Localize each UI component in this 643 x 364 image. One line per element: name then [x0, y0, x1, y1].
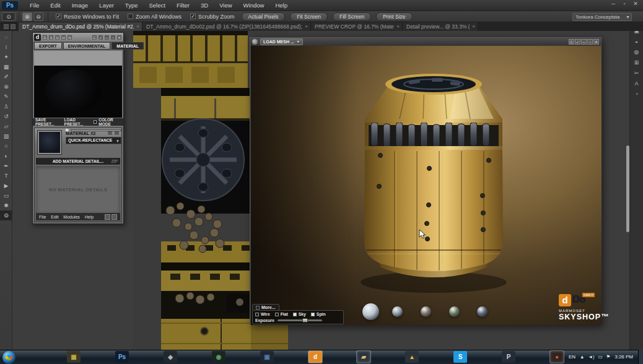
show-hidden-icons[interactable]: ▲ [580, 354, 584, 360]
taskbar-app-p[interactable]: P [502, 351, 515, 363]
ddo-n-button[interactable]: N [67, 35, 72, 40]
zoom-tool[interactable]: ⊙ [0, 210, 12, 220]
eyedropper-tool[interactable]: ✐ [0, 72, 12, 82]
taskbar-app-green[interactable]: ◉ [212, 351, 225, 363]
ddo-d-button[interactable]: D [42, 35, 48, 40]
material-menu-item[interactable]: Edit [51, 215, 58, 219]
menu-item[interactable]: Help [269, 0, 293, 11]
zoom-in-button[interactable]: ⊕ [22, 12, 32, 21]
close-button[interactable]: ✕ [630, 0, 641, 8]
slider-g[interactable]: G [66, 128, 121, 132]
material-thumbnail[interactable] [38, 131, 61, 154]
save-preset-button[interactable]: SAVE PRESET... [35, 118, 61, 126]
tab-close-icon[interactable]: × [472, 22, 475, 31]
dodge-tool[interactable]: ◐ [0, 151, 12, 161]
ddo-tab-material[interactable]: MATERIAL [112, 42, 144, 50]
menu-item[interactable]: Layer [94, 0, 120, 11]
hand-tool[interactable]: ✱ [0, 201, 12, 210]
slider-handle[interactable] [302, 318, 308, 323]
eraser-tool[interactable]: ▱ [0, 121, 12, 131]
load-mesh-button[interactable]: LOAD MESH ... ▼ [260, 38, 303, 45]
restore-button[interactable]: ▫ [619, 0, 630, 8]
menu-item[interactable]: File [24, 0, 45, 11]
show-desktop-button[interactable] [638, 350, 643, 364]
ddo-minimize-button[interactable]: ─ [104, 35, 110, 40]
language-indicator[interactable]: EN [569, 354, 575, 360]
taskbar-google-drive[interactable]: ▲ [405, 351, 419, 363]
load-preset-button[interactable]: LOAD PRESET... [64, 118, 90, 126]
viewer-refresh-button[interactable]: C [569, 39, 574, 45]
zoom-out-button[interactable]: ⊖ [33, 12, 43, 21]
taskbar-skype[interactable]: S [453, 351, 467, 363]
zoom-all-windows-checkbox[interactable]: ✓ Zoom All Windows [128, 14, 182, 20]
taskbar-app-dark[interactable]: ◆ [164, 351, 177, 363]
panel-icon-adjust[interactable]: ◔ [632, 90, 642, 98]
minimize-button[interactable]: ─ [608, 0, 619, 8]
material-type-dropdown[interactable]: QUICK-REFLECTANCE ▼ [66, 137, 121, 144]
taskbar-app-recorder[interactable]: ▦ [67, 351, 81, 363]
spin-toggle[interactable]: Spin [311, 312, 326, 316]
sky-toggle[interactable]: Sky [293, 312, 306, 316]
viewer-close-button[interactable]: ✕ [593, 39, 599, 45]
doc-tab-1[interactable]: DT_Ammo_drum_dDo.psd @ 25% (Material #2,… [19, 22, 142, 31]
ddo-tab-export[interactable]: EXPORT [34, 42, 62, 50]
clone-stamp-tool[interactable]: ♙ [0, 102, 12, 111]
exposure-slider[interactable] [278, 319, 322, 321]
viewer-title-bar[interactable]: LOAD MESH ... ▼ C✓─▫✕ [250, 38, 601, 46]
sky-preset-3[interactable] [421, 306, 431, 317]
marquee-tool[interactable]: ◌ [0, 32, 12, 42]
start-button[interactable] [2, 351, 15, 364]
panel-collapse-icons[interactable] [0, 22, 19, 31]
actual-pixels-button[interactable]: Actual Pixels [242, 12, 286, 21]
history-brush-tool[interactable]: ↺ [0, 111, 12, 121]
menu-item[interactable]: Window [238, 0, 270, 11]
network-icon[interactable]: ▭ [598, 354, 602, 360]
crop-tool[interactable]: ▦ [0, 62, 12, 72]
pen-tool[interactable]: ✒ [0, 161, 12, 171]
viewer-minimize-button[interactable]: ─ [581, 39, 587, 45]
menu-item[interactable]: View [214, 0, 237, 11]
magic-wand-tool[interactable]: ✦ [0, 52, 12, 62]
menu-item[interactable]: Edit [45, 0, 66, 11]
blur-tool[interactable]: ○ [0, 141, 12, 151]
taskbar-explorer[interactable]: ▰ [357, 351, 370, 363]
taskbar-app-navy[interactable]: ▣ [260, 351, 274, 363]
menu-item[interactable]: Select [143, 0, 170, 11]
path-select-tool[interactable]: ▶ [0, 181, 12, 191]
doc-tab-3[interactable]: PREVIEW CROP @ 16.7% (Material #0, RGB/8… [311, 22, 403, 31]
print-size-button[interactable]: Print Size [376, 12, 412, 21]
healing-brush-tool[interactable]: ⊕ [0, 82, 12, 92]
ddo-close-button[interactable]: ✕ [116, 35, 122, 40]
action-center-flag-icon[interactable]: ⚑ [606, 354, 610, 360]
clock[interactable]: 3:26 PM [615, 354, 633, 360]
type-tool[interactable]: T [0, 171, 12, 181]
material-menu-item[interactable]: Modules [63, 215, 79, 219]
fill-screen-button[interactable]: Fill Screen [333, 12, 371, 21]
flat-toggle[interactable]: Flat [275, 312, 288, 316]
menu-item[interactable]: Image [66, 0, 94, 11]
menu-item[interactable]: 3D [195, 0, 214, 11]
panel-icon-sphere[interactable]: ◒ [632, 38, 642, 45]
sky-preset-2[interactable] [392, 306, 403, 317]
shape-tool[interactable]: ▭ [0, 191, 12, 201]
material-icon-1[interactable] [105, 214, 110, 220]
scrubby-zoom-checkbox[interactable]: ✓ Scrubby Zoom [190, 14, 235, 20]
zoom-tool-preset[interactable]: ⊙ [2, 12, 15, 21]
ddo-tab-environmental[interactable]: ENVIRONMENTAL [63, 42, 111, 50]
sky-preset-1[interactable] [362, 303, 379, 320]
ddo-apply-button[interactable]: ✓ [98, 35, 103, 40]
panel-icon-scissors[interactable]: ✂ [632, 69, 642, 77]
resize-windows-checkbox[interactable]: ✓ Resize Windows to Fit [56, 14, 119, 20]
sky-preset-4[interactable] [449, 306, 460, 317]
material-menu-item[interactable]: Help [85, 215, 94, 219]
3d-viewport[interactable] [251, 46, 601, 325]
color-mode-toggle[interactable]: COLOR MODE [94, 118, 121, 126]
doc-tab-2[interactable]: DT_Ammo_drum_dDo02.psd @ 16.7% (ZIP(1381… [142, 22, 311, 31]
lasso-tool[interactable]: ≀ [0, 42, 12, 52]
ddo-s-button[interactable]: S [48, 35, 54, 40]
volume-icon[interactable]: ◄) [588, 354, 594, 360]
sky-preset-5[interactable] [477, 306, 488, 317]
ddo-refresh-button[interactable]: C [92, 35, 97, 40]
gradient-tool[interactable]: ▨ [0, 131, 12, 141]
workspace-selector[interactable]: Tonkora Conceptsta ▼ [572, 13, 632, 21]
